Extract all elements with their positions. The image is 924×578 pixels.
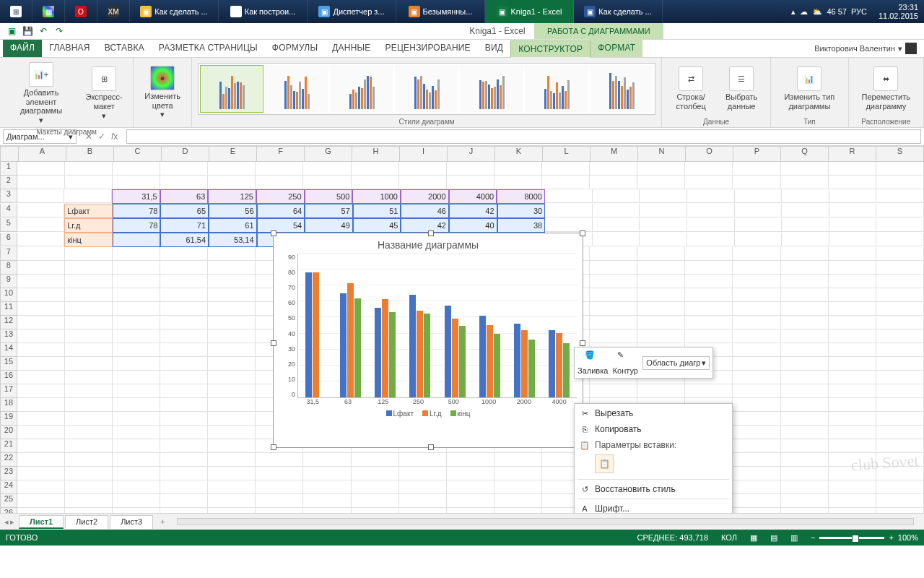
cell[interactable]	[352, 176, 399, 189]
cell[interactable]	[735, 204, 783, 217]
cell[interactable]	[685, 275, 733, 288]
column-header[interactable]: H	[352, 146, 400, 162]
row-header[interactable]: 9	[0, 275, 17, 288]
cell[interactable]	[781, 494, 829, 508]
cell[interactable]	[829, 218, 877, 232]
cancel-icon[interactable]: ✕	[85, 131, 92, 142]
cell[interactable]	[829, 343, 876, 357]
cell[interactable]	[829, 398, 876, 412]
cell[interactable]	[160, 508, 208, 513]
cell[interactable]	[113, 398, 160, 412]
cell[interactable]	[303, 162, 351, 176]
cell[interactable]	[829, 288, 876, 302]
cell[interactable]	[687, 218, 735, 232]
column-header[interactable]: I	[400, 146, 448, 162]
cell[interactable]: Lг.д	[64, 218, 113, 233]
cell[interactable]	[17, 426, 65, 439]
cell[interactable]	[113, 384, 160, 398]
embedded-chart[interactable]: Название диаграммы 9080706050403020100 3…	[273, 233, 583, 448]
change-colors-button[interactable]: ●Изменить цвета ▾	[139, 64, 186, 121]
sheet-tab[interactable]: Лист3	[110, 515, 153, 529]
opera-icon[interactable]: O	[65, 0, 97, 23]
cell[interactable]	[399, 453, 447, 467]
cell[interactable]	[160, 398, 208, 412]
cell[interactable]	[733, 439, 780, 453]
row-header[interactable]: 17	[0, 384, 17, 398]
cell[interactable]	[685, 247, 733, 261]
cell[interactable]	[545, 204, 593, 217]
row-header[interactable]: 12	[0, 316, 17, 329]
outline-button[interactable]: ✎Контур	[611, 350, 640, 375]
undo-icon[interactable]: ↶	[38, 25, 49, 37]
menu-copy[interactable]: ⎘Копировать	[575, 421, 732, 437]
column-header[interactable]: B	[66, 146, 114, 162]
cell[interactable]	[876, 218, 924, 232]
cell[interactable]	[829, 412, 876, 426]
cell[interactable]	[17, 439, 65, 453]
ribbon-tab[interactable]: ВИД	[478, 40, 510, 57]
chart-area-dropdown[interactable]: Область диагр ▾	[642, 356, 710, 370]
row-header[interactable]: 21	[0, 439, 17, 453]
zoom-control[interactable]: − + 100%	[811, 533, 918, 542]
cell[interactable]	[303, 453, 351, 467]
cell[interactable]	[876, 508, 924, 513]
cell[interactable]	[876, 247, 924, 261]
chart-style-thumb[interactable]	[330, 65, 393, 113]
zoom-in-icon[interactable]: +	[889, 533, 893, 542]
cell[interactable]	[160, 316, 208, 329]
tray-weather-icon[interactable]: ⛅	[812, 7, 822, 17]
cell[interactable]	[447, 453, 494, 467]
column-header[interactable]: M	[590, 146, 638, 162]
cell[interactable]: 8000	[497, 189, 545, 204]
view-break-icon[interactable]: ▥	[790, 533, 798, 543]
cell[interactable]	[113, 176, 160, 189]
select-all-corner[interactable]	[0, 146, 19, 162]
cell[interactable]	[447, 162, 494, 176]
cell[interactable]	[65, 494, 113, 508]
cell[interactable]	[208, 371, 256, 384]
cell[interactable]	[17, 275, 65, 288]
cell[interactable]	[876, 233, 924, 246]
cell[interactable]: 61	[209, 218, 257, 233]
cell[interactable]	[733, 494, 780, 508]
switch-row-column-button[interactable]: ⇄Строка/столбец	[668, 65, 714, 112]
cell[interactable]	[876, 162, 924, 176]
cell[interactable]	[829, 508, 876, 513]
cell[interactable]	[494, 508, 542, 513]
cell[interactable]	[113, 343, 160, 357]
column-header[interactable]: R	[829, 146, 876, 162]
cell[interactable]	[685, 176, 733, 189]
cell[interactable]	[352, 494, 399, 508]
user-account[interactable]: Викторович Валентин ▾	[807, 40, 924, 57]
cell[interactable]	[113, 371, 160, 384]
app-launcher[interactable]: ▦	[32, 0, 65, 23]
cell[interactable]	[160, 275, 208, 288]
ribbon-tab[interactable]: ДАННЫЕ	[325, 40, 378, 57]
start-button[interactable]: ⊞	[0, 0, 32, 23]
cell[interactable]: 78	[113, 218, 161, 233]
cell[interactable]	[113, 412, 160, 426]
sheet-tab[interactable]: Лист2	[65, 515, 108, 529]
cell[interactable]	[876, 302, 924, 316]
cell[interactable]	[160, 426, 208, 439]
cell[interactable]: 78	[113, 204, 161, 218]
cell[interactable]	[590, 316, 637, 329]
cell[interactable]	[208, 426, 256, 439]
cell[interactable]	[829, 162, 876, 176]
row-header[interactable]: 5	[0, 218, 17, 232]
cell[interactable]	[65, 439, 113, 453]
chart-style-thumb[interactable]	[525, 65, 588, 113]
cell[interactable]	[640, 233, 687, 246]
cell[interactable]	[399, 480, 447, 494]
name-box[interactable]: Диаграм...▾	[3, 129, 77, 144]
quick-layout-button[interactable]: ⊞Экспресс-макет ▾	[81, 65, 127, 121]
cell[interactable]	[65, 384, 113, 398]
cell[interactable]	[733, 384, 780, 398]
cell[interactable]	[640, 204, 687, 217]
cell[interactable]	[17, 508, 65, 513]
cell[interactable]	[876, 412, 924, 426]
cell[interactable]	[303, 467, 351, 480]
taskbar-task[interactable]: ▣Диспетчер з...	[308, 0, 396, 23]
language-indicator[interactable]: РУС	[851, 7, 867, 16]
cell[interactable]	[685, 316, 733, 329]
